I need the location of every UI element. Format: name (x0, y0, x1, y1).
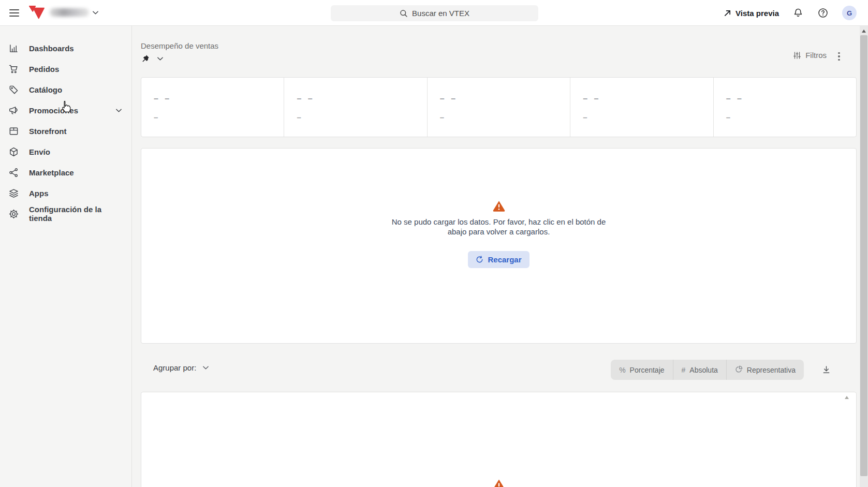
search-input[interactable]: Buscar en VTEX (331, 5, 538, 21)
arrow-up-right-icon (724, 9, 731, 17)
stat-cards-row: – – – – – – – – – – – – – – – (141, 77, 857, 137)
sidebar-item-label: Envío (29, 147, 122, 156)
package-icon (8, 146, 19, 157)
top-bar: Buscar en VTEX Vista previa G (0, 0, 868, 26)
search-icon (400, 9, 408, 18)
preview-label: Vista previa (735, 9, 779, 18)
sidebar-item-storefront[interactable]: Storefront (0, 121, 131, 141)
sidebar-item-label: Pedidos (29, 65, 122, 73)
page-title: Desempeño de ventas (141, 41, 218, 50)
help-button[interactable] (817, 7, 829, 19)
stat-sub-placeholder: – (583, 113, 713, 122)
chevron-down-icon[interactable] (157, 55, 164, 62)
notifications-button[interactable] (792, 7, 804, 19)
toggle-porcentaje[interactable]: % Porcentaje (611, 360, 673, 380)
sidebar-item-label: Apps (29, 189, 122, 198)
hamburger-icon[interactable] (9, 7, 22, 19)
warning-icon (492, 479, 506, 487)
reload-label: Recargar (488, 255, 521, 264)
vtex-logo[interactable] (29, 5, 45, 21)
sidebar-item-dashboards[interactable]: Dashboards (0, 38, 131, 58)
filters-button[interactable]: Filtros (793, 51, 827, 60)
stat-card: – – – (284, 78, 427, 137)
chevron-down-icon (115, 107, 122, 114)
sidebar-item-label: Configuración de la tienda (29, 205, 122, 223)
stat-sub-placeholder: – (154, 113, 284, 122)
more-options-button[interactable] (834, 50, 844, 63)
percent-icon: % (619, 366, 625, 374)
sidebar-item-envio[interactable]: Envío (0, 141, 131, 162)
stat-card: – – – (428, 78, 570, 137)
share-icon (8, 167, 19, 178)
search-placeholder: Buscar en VTEX (412, 9, 469, 18)
stat-value-placeholder: – – (726, 94, 856, 104)
avatar[interactable]: G (842, 6, 857, 20)
chart-error-panel: No se pudo cargar los datos. Por favor, … (141, 148, 857, 344)
download-button[interactable] (820, 363, 832, 376)
stat-sub-placeholder: – (297, 113, 426, 122)
toggle-label: Representativa (747, 366, 796, 374)
bar-chart-icon (8, 43, 19, 53)
reload-button[interactable]: Recargar (468, 251, 529, 268)
error-message-line2: abajo para volver a cargarlos. (392, 227, 606, 237)
hash-icon: # (682, 366, 686, 374)
account-name-blurred[interactable] (50, 8, 89, 17)
main-content: Desempeño de ventas Filtros – – – – – – … (132, 26, 868, 487)
page-scrollbar[interactable] (860, 26, 868, 487)
toggle-absoluta[interactable]: # Absoluta (673, 360, 727, 380)
stat-value-placeholder: – – (583, 94, 713, 104)
sidebar-item-label: Marketplace (29, 168, 122, 177)
layers-icon (8, 188, 19, 198)
group-by-label: Agrupar por: (153, 363, 196, 372)
chevron-down-icon[interactable] (92, 9, 99, 16)
refresh-icon (476, 256, 483, 263)
stat-card: – – – (570, 78, 713, 137)
sidebar-item-label: Catálogo (29, 85, 122, 94)
stat-value-placeholder: – – (154, 94, 284, 104)
sidebar-item-promociones[interactable]: Promociones (0, 100, 131, 121)
sliders-icon (793, 51, 801, 60)
view-mode-segmented-control: % Porcentaje # Absoluta Representativa (611, 360, 804, 380)
help-icon (818, 8, 828, 18)
sidebar-item-pedidos[interactable]: Pedidos (0, 58, 131, 79)
pie-chart-icon (735, 365, 743, 375)
sidebar-item-marketplace[interactable]: Marketplace (0, 162, 131, 183)
sidebar-item-label: Storefront (29, 127, 122, 136)
sidebar-item-configuracion[interactable]: Configuración de la tienda (0, 203, 131, 224)
stat-value-placeholder: – – (440, 94, 570, 104)
chevron-down-icon (202, 364, 209, 371)
sidebar: Dashboards Pedidos Catálogo Promociones … (0, 26, 132, 487)
group-by-dropdown[interactable]: Agrupar por: (153, 363, 209, 372)
error-message-line1: No se pudo cargar los datos. Por favor, … (392, 217, 606, 227)
sidebar-item-catalogo[interactable]: Catálogo (0, 79, 131, 100)
megaphone-icon (8, 105, 19, 115)
pin-icon[interactable] (141, 54, 150, 63)
warning-icon (493, 200, 505, 212)
toggle-representativa[interactable]: Representativa (727, 360, 804, 380)
storefront-icon (8, 126, 19, 136)
stat-card: – – – (714, 78, 856, 137)
toggle-label: Absoluta (689, 366, 717, 374)
filters-label: Filtros (805, 51, 827, 60)
stat-value-placeholder: – – (297, 94, 426, 104)
stat-sub-placeholder: – (726, 113, 856, 122)
gear-icon (8, 209, 19, 219)
cart-icon (8, 64, 19, 74)
sidebar-item-label: Dashboards (29, 44, 122, 53)
download-icon (822, 365, 831, 374)
sidebar-item-label: Promociones (29, 106, 105, 115)
scrollbar-thumb[interactable] (860, 35, 867, 476)
preview-button[interactable]: Vista previa (724, 9, 779, 18)
inner-scroll-up-icon[interactable] (845, 396, 849, 399)
bell-icon (793, 8, 803, 18)
table-toolbar: Agrupar por: % Porcentaje # Absoluta (141, 344, 857, 392)
stat-sub-placeholder: – (440, 113, 570, 122)
tag-icon (8, 84, 19, 95)
table-error-panel (141, 392, 857, 487)
sidebar-item-apps[interactable]: Apps (0, 183, 131, 203)
toggle-label: Porcentaje (630, 366, 665, 374)
scroll-up-icon[interactable] (862, 29, 866, 33)
stat-card: – – – (141, 78, 284, 137)
